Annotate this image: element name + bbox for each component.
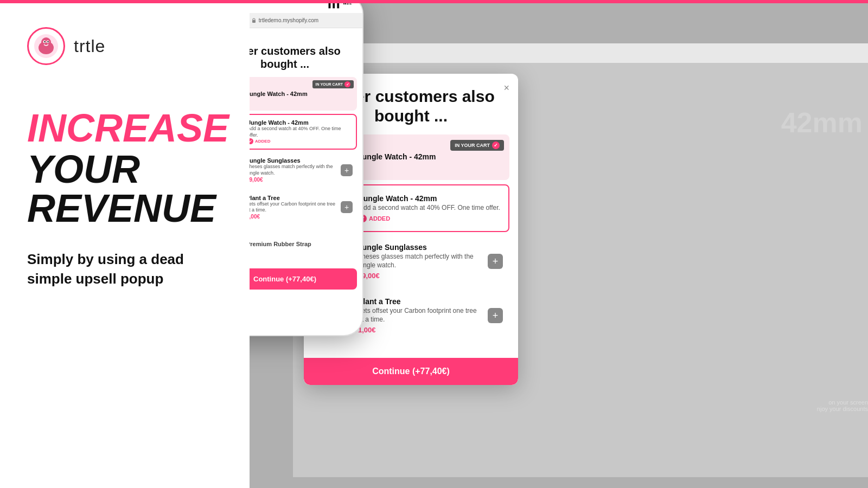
product-info-2: Jungle Watch - 42mm Add a second watch a… [359, 194, 502, 222]
product-desc-4: Lets offset your Carbon footprint one tr… [358, 307, 481, 324]
product-price-4: 1,00€ [358, 326, 481, 334]
product-desc-3: Theses glasses match perfectly with the … [358, 253, 481, 269]
browser-mockup: 42mm on your screen njoy your discounts … [293, 43, 868, 477]
phone-product-info-5: Premium Rubber Strap [250, 241, 353, 247]
phone-continue-btn[interactable]: Continue (+77,40€) [250, 268, 357, 290]
phone-product-name-1: Jungle Watch - 42mm [250, 91, 353, 97]
browser-content: 42mm on your screen njoy your discounts … [293, 63, 868, 477]
right-area: 42mm on your screen njoy your discounts … [250, 0, 868, 488]
logo-circle [27, 27, 65, 65]
product-name-3: Jungle Sunglasses [358, 243, 481, 252]
phone-product-price-3: 49,00€ [250, 177, 336, 183]
phone-product-info-3: Jungle Sunglasses Theses glasses match p… [250, 157, 336, 182]
phone-popup-body: Jungle Watch - 42mm IN YOUR CART ✓ [250, 77, 362, 264]
svg-rect-31 [252, 20, 256, 23]
left-panel: trtle INCREASE YOUR REVENUE Simply by us… [0, 0, 250, 488]
product-name-4: Plant a Tree [358, 297, 481, 306]
product-name-2: Jungle Watch - 42mm [359, 194, 502, 203]
phone-add-button-4[interactable]: + [341, 201, 353, 213]
phone-product-1: Jungle Watch - 42mm IN YOUR CART ✓ [250, 77, 357, 111]
phone-added-check: ✓ [250, 138, 253, 144]
phone-url: trtledemo.myshopify.com [259, 17, 318, 23]
headline-revenue: YOUR REVENUE [27, 150, 222, 228]
add-button-3[interactable]: + [488, 254, 503, 269]
phone-product-info-4: Plant a Tree Lets offset your Carbon foo… [250, 195, 336, 220]
phone-product-name-4: Plant a Tree [250, 195, 336, 201]
phone-product-name-3: Jungle Sunglasses [250, 157, 336, 164]
phone-product-desc-2: Add a second watch at 40% OFF. One time … [250, 126, 352, 138]
phone-mockup: 12:32 ▌▌▌ ᵂᶦᶠᶦ trtledemo.myshopify.com ×… [250, 0, 363, 336]
product-info-1: Jungle Watch - 42mm [358, 152, 503, 162]
phone-add-button-3[interactable]: + [341, 164, 353, 176]
phone-product-5[interactable]: Premium Rubber Strap [250, 227, 357, 261]
phone-product-name-5: Premium Rubber Strap [250, 241, 353, 247]
phone-product-name-2: Jungle Watch - 42mm [250, 119, 352, 126]
product-info-4: Plant a Tree Lets offset your Carbon foo… [358, 297, 481, 334]
svg-point-6 [47, 41, 48, 42]
svg-point-5 [44, 41, 45, 42]
phone-in-cart-check: ✓ [344, 81, 350, 87]
logo-name: trtle [74, 36, 105, 56]
phone-product-3[interactable]: Jungle Sunglasses Theses glasses match p… [250, 153, 357, 187]
product-price-3: 49,00€ [358, 272, 481, 280]
logo-turtle-icon [33, 33, 60, 60]
in-cart-badge: IN YOUR CART ✓ [450, 140, 504, 151]
product-desc-2: Add a second watch at 40% OFF. One time … [359, 204, 502, 213]
add-button-4[interactable]: + [488, 308, 503, 323]
phone-in-cart-badge: IN YOUR CART ✓ [312, 80, 354, 88]
phone-product-desc-3: Theses glasses match perfectly with the … [250, 164, 336, 176]
phone-product-info-2: Jungle Watch - 42mm Add a second watch a… [250, 119, 352, 144]
phone-popup-title: Other customers also bought ... [250, 28, 362, 77]
headline-increase: INCREASE [27, 108, 222, 147]
phone-product-info-1: Jungle Watch - 42mm [250, 91, 353, 97]
lock-icon [251, 18, 257, 23]
product-name-1: Jungle Watch - 42mm [358, 152, 503, 161]
logo-area: trtle [27, 27, 222, 65]
phone-product-desc-4: Lets offset your Carbon footprint one tr… [250, 201, 336, 214]
product-info-3: Jungle Sunglasses Theses glasses match p… [358, 243, 481, 280]
popup-close-button[interactable]: × [503, 82, 509, 94]
continue-button-desktop[interactable]: Continue (+77,40€) [304, 358, 518, 385]
phone-added-badge: ✓ ADDED [250, 138, 352, 144]
added-badge: ✓ ADDED [359, 215, 502, 222]
subtext: Simply by using a dead simple upsell pop… [27, 249, 212, 289]
phone-url-bar: trtledemo.myshopify.com [250, 13, 362, 28]
in-cart-check: ✓ [492, 142, 500, 149]
bg-product-text: 42mm [781, 106, 863, 139]
phone-product-4[interactable]: Plant a Tree Lets offset your Carbon foo… [250, 190, 357, 224]
phone-product-2[interactable]: Jungle Watch - 42mm Add a second watch a… [250, 114, 357, 150]
bg-hint-text: on your screen njoy your discounts [817, 399, 868, 412]
phone-popup: × Other customers also bought ... [250, 28, 362, 290]
phone-product-price-4: 1,00€ [250, 214, 336, 220]
browser-bar [293, 43, 868, 63]
top-bar [0, 0, 868, 3]
